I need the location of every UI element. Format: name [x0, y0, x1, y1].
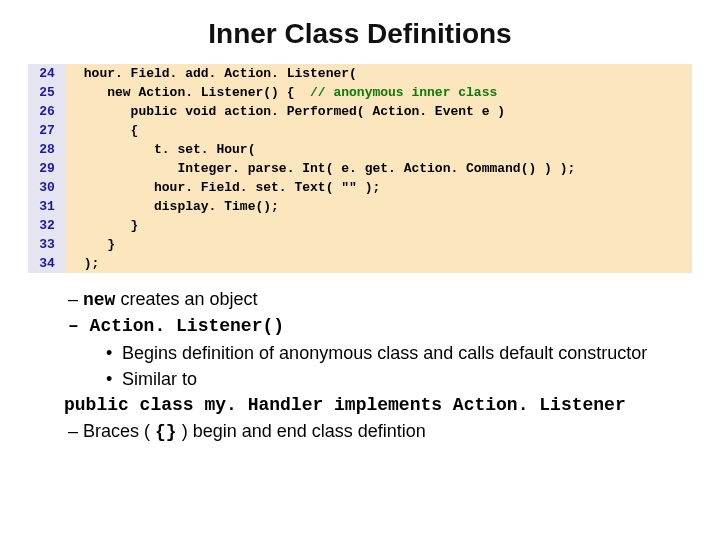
bullet-sub-item: Begins definition of anonymous class and…	[106, 341, 692, 365]
line-number: 31	[28, 197, 66, 216]
page-title: Inner Class Definitions	[28, 18, 692, 50]
bullet-text: Braces (	[83, 421, 155, 441]
bullet-text: creates an object	[115, 289, 257, 309]
line-number: 33	[28, 235, 66, 254]
code-row: 31 display. Time();	[28, 197, 692, 216]
line-number: 26	[28, 102, 66, 121]
code-row: 32 }	[28, 216, 692, 235]
code-text: display. Time();	[66, 197, 692, 216]
code-row: 27 {	[28, 121, 692, 140]
code-text: t. set. Hour(	[66, 140, 692, 159]
code-text: new Action. Listener() { // anonymous in…	[66, 83, 692, 102]
code-row: 34 );	[28, 254, 692, 273]
slide: Inner Class Definitions 24 hour. Field. …	[0, 0, 720, 445]
code-row: 30 hour. Field. set. Text( "" );	[28, 178, 692, 197]
line-number: 30	[28, 178, 66, 197]
code-text: hour. Field. set. Text( "" );	[66, 178, 692, 197]
code-row: 29 Integer. parse. Int( e. get. Action. …	[28, 159, 692, 178]
line-number: 32	[28, 216, 66, 235]
line-number: 34	[28, 254, 66, 273]
bullet-list: new creates an object Action. Listener()…	[46, 287, 692, 445]
code-row: 24 hour. Field. add. Action. Listener(	[28, 64, 692, 83]
bullet-item: Braces ( {} ) begin and end class defint…	[68, 419, 692, 444]
bullet-item: Action. Listener()	[68, 314, 692, 338]
code-text: public void action. Performed( Action. E…	[66, 102, 692, 121]
code-row: 28 t. set. Hour(	[28, 140, 692, 159]
code-text: }	[66, 216, 692, 235]
bullet-sub-item: Similar to	[106, 367, 692, 391]
code-row: 25 new Action. Listener() { // anonymous…	[28, 83, 692, 102]
code-text: hour. Field. add. Action. Listener(	[66, 64, 692, 83]
code-line: public class my. Handler implements Acti…	[64, 393, 692, 417]
code-block: 24 hour. Field. add. Action. Listener(25…	[28, 64, 692, 273]
code-text: );	[66, 254, 692, 273]
line-number: 28	[28, 140, 66, 159]
line-number: 29	[28, 159, 66, 178]
line-number: 24	[28, 64, 66, 83]
code-text: }	[66, 235, 692, 254]
code-comment: // anonymous inner class	[294, 85, 497, 100]
code-text: Integer. parse. Int( e. get. Action. Com…	[66, 159, 692, 178]
line-number: 25	[28, 83, 66, 102]
bullet-text: ) begin and end class defintion	[177, 421, 426, 441]
code-row: 33 }	[28, 235, 692, 254]
code-row: 26 public void action. Performed( Action…	[28, 102, 692, 121]
bullet-item: new creates an object	[68, 287, 692, 312]
code-text: {	[66, 121, 692, 140]
code-keyword: new	[83, 290, 115, 310]
code-keyword: {}	[155, 422, 177, 442]
line-number: 27	[28, 121, 66, 140]
